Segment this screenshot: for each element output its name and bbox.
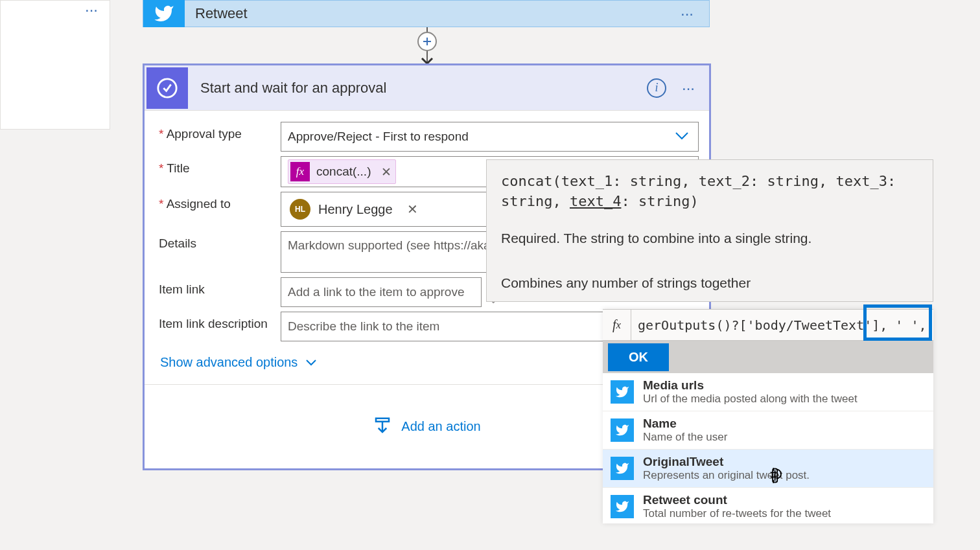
approval-more-icon[interactable]: ··· (682, 79, 695, 97)
add-action-icon[interactable] (373, 416, 392, 438)
list-item[interactable]: Media urlsUrl of the media posted along … (603, 373, 933, 411)
list-item[interactable]: NameName of the user (603, 411, 933, 450)
add-action-button[interactable]: Add an action (401, 419, 480, 434)
svg-rect-5 (376, 418, 389, 421)
twitter-icon (611, 457, 634, 480)
assignee-name: Henry Legge (318, 202, 393, 217)
approval-type-value: Approve/Reject - First to respond (288, 130, 469, 144)
label-details: Details (159, 231, 281, 251)
item-link-field[interactable]: ⌃ 4/4 ⌄ (281, 277, 482, 307)
assignee-chip[interactable]: HL Henry Legge ✕ (288, 197, 423, 222)
label-approval-type: Approval type (159, 122, 281, 141)
collapsed-side-card: ··· (0, 0, 110, 130)
twitter-icon (611, 495, 634, 518)
token-text: concat(...) (316, 165, 371, 179)
label-assigned-to: Assigned to (159, 192, 281, 211)
flow-connector (421, 27, 434, 65)
twitter-icon (611, 380, 634, 404)
retweet-action-card[interactable]: Retweet ··· (143, 0, 710, 27)
fx-icon: fx (290, 162, 310, 181)
label-item-link-desc: Item link description (159, 312, 281, 331)
chevron-down-icon (305, 359, 317, 367)
remove-assignee-icon[interactable]: ✕ (407, 201, 418, 217)
approval-icon (146, 67, 188, 109)
item-link-input[interactable] (288, 285, 474, 299)
label-title: Title (159, 156, 281, 176)
more-icon[interactable]: ··· (85, 1, 98, 19)
twitter-icon (611, 418, 634, 442)
retweet-more-icon[interactable]: ··· (681, 5, 694, 23)
expression-input[interactable] (631, 317, 933, 333)
list-item[interactable]: Retweet countTotal number of re-tweets f… (603, 488, 933, 523)
twitter-icon (143, 0, 185, 27)
approval-type-select[interactable]: Approve/Reject - First to respond (281, 122, 699, 152)
remove-token-icon[interactable]: ✕ (381, 165, 391, 179)
approval-header[interactable]: Start and wait for an approval i ··· (145, 65, 709, 111)
chevron-down-icon (675, 130, 689, 144)
show-advanced-label: Show advanced options (160, 355, 298, 370)
expression-token[interactable]: fx concat(...) ✕ (288, 159, 396, 184)
dynamic-content-panel: fx OK Media urlsUrl of the media posted … (603, 309, 933, 523)
label-item-link: Item link (159, 277, 281, 297)
signature-text: concat(text_1: string, text_2: string, t… (501, 172, 918, 212)
signature-desc2: Combines any number of strings together (501, 273, 918, 292)
signature-tooltip: concat(text_1: string, text_2: string, t… (486, 159, 933, 302)
signature-desc1: Required. The string to combine into a s… (501, 229, 918, 247)
dynamic-content-list: Media urlsUrl of the media posted along … (603, 373, 933, 523)
expression-bar: fx (603, 310, 933, 341)
ok-button[interactable]: OK (608, 343, 669, 371)
ok-bar: OK (603, 341, 933, 373)
info-icon[interactable]: i (647, 78, 666, 98)
avatar: HL (290, 199, 310, 220)
approval-title: Start and wait for an approval (200, 80, 386, 97)
retweet-title: Retweet (195, 5, 248, 22)
list-item[interactable]: OriginalTweetRepresents an original twee… (603, 450, 933, 488)
fx-icon: fx (603, 310, 631, 341)
